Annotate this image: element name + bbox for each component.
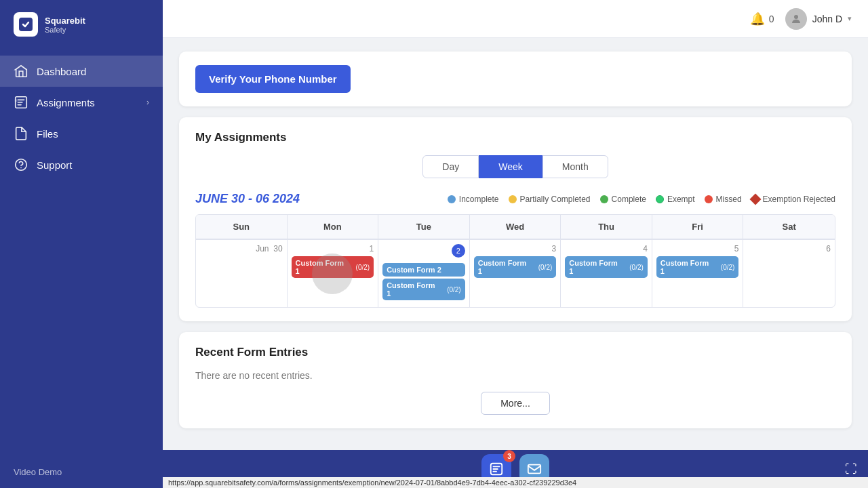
avatar <box>785 8 807 30</box>
main-area: 🔔 0 John D ▾ Verify Your Phone Number My… <box>163 0 868 488</box>
logo-icon <box>14 12 38 37</box>
more-button[interactable]: More... <box>481 392 550 415</box>
form-count: (0/2) <box>538 264 553 271</box>
form-badge-blue[interactable]: Custom Form1 (0/2) <box>565 256 648 278</box>
legend-rejected: Exemption Rejected <box>751 195 835 204</box>
cal-day-num: 1 <box>292 244 374 253</box>
cal-cell-fri: 5 Custom Form1 (0/2) <box>652 239 744 307</box>
form-count: (0/2) <box>629 264 644 271</box>
fab-badge: 3 <box>503 450 515 462</box>
header-thu: Thu <box>561 215 652 239</box>
legend-missed: Missed <box>705 195 742 204</box>
cal-cell-sun: Jun 30 <box>196 239 288 307</box>
form-badge-red[interactable]: Custom Form1 (0/2) <box>292 256 374 278</box>
cal-day-num: 5 <box>656 244 739 253</box>
sidebar-item-label: Support <box>37 159 73 171</box>
sidebar-item-dashboard[interactable]: Dashboard <box>0 56 163 87</box>
form-label: Custom Form1 <box>569 259 618 275</box>
cal-cell-thu: 4 Custom Form1 (0/2) <box>561 239 652 307</box>
sidebar-item-label: Assignments <box>37 97 95 108</box>
legend-exempt: Exempt <box>656 195 695 204</box>
header-fri: Fri <box>652 215 744 239</box>
calendar-grid: Sun Mon Tue Wed Thu Fri Sat Jun 30 1 <box>195 214 835 308</box>
fullscreen-icon[interactable]: ⛶ <box>845 462 857 476</box>
form-label: Custom Form1 <box>387 281 435 298</box>
cal-cell-wed: 3 Custom Form1 (0/2) <box>470 239 561 307</box>
cal-cell-tue: 2 Custom Form 2 Custom Form1 (0/2) <box>378 239 470 307</box>
cal-day-num: 3 <box>474 244 557 253</box>
form-label: Custom Form 2 <box>387 266 441 274</box>
user-menu-button[interactable]: John D ▾ <box>785 8 852 30</box>
home-icon <box>14 64 28 79</box>
legend-incomplete: Incomplete <box>448 195 499 204</box>
topbar: 🔔 0 John D ▾ <box>163 0 868 38</box>
cal-day-num: 4 <box>565 244 648 253</box>
week-header: JUNE 30 - 06 2024 Incomplete Partially C… <box>195 192 835 206</box>
sidebar-item-files[interactable]: Files <box>0 118 163 149</box>
sidebar-item-label: Files <box>37 128 58 140</box>
sidebar-nav: Dashboard Assignments › Files <box>0 49 163 456</box>
assignments-card: My Assignments Day Week Month JUNE 30 - … <box>179 117 852 321</box>
tab-month[interactable]: Month <box>542 155 608 178</box>
form-label: Custom Form1 <box>660 259 709 275</box>
legend-partially: Partially Completed <box>509 195 591 204</box>
video-demo-link[interactable]: Video Demo <box>0 456 163 488</box>
header-mon: Mon <box>288 215 379 239</box>
form-count: (0/2) <box>356 264 370 271</box>
recent-entries-card: Recent Form Entries There are no recent … <box>179 332 852 428</box>
tab-week[interactable]: Week <box>479 155 542 178</box>
legend-complete: Complete <box>600 195 646 204</box>
user-name: John D <box>812 14 842 24</box>
content-area: Verify Your Phone Number My Assignments … <box>163 38 868 450</box>
cal-cell-sat: 6 <box>743 239 835 307</box>
header-sun: Sun <box>196 215 288 239</box>
header-wed: Wed <box>470 215 561 239</box>
svg-point-5 <box>794 15 798 19</box>
form-badge-blue[interactable]: Custom Form1 (0/2) <box>474 256 557 278</box>
form-badge-blue-2[interactable]: Custom Form1 (0/2) <box>382 279 465 300</box>
tab-day[interactable]: Day <box>422 155 479 178</box>
header-sat: Sat <box>743 215 835 239</box>
header-tue: Tue <box>378 215 470 239</box>
form-count: (0/2) <box>721 264 735 271</box>
logo-text: Squarebit Safety <box>45 16 85 34</box>
calendar-row: Jun 30 1 Custom Form1 (0/2) <box>196 239 835 307</box>
no-entries-label: There are no recent entries. <box>195 370 835 381</box>
chevron-down-icon: ▾ <box>848 14 852 23</box>
sidebar-logo: Squarebit Safety <box>0 0 163 49</box>
sidebar-item-support[interactable]: Support <box>0 149 163 180</box>
files-icon <box>14 126 28 141</box>
form-badge-blue[interactable]: Custom Form1 (0/2) <box>656 256 739 278</box>
cal-day-num-today: 2 <box>452 244 465 258</box>
cal-day-num: Jun 30 <box>200 244 283 253</box>
svg-rect-2 <box>15 99 18 102</box>
svg-point-4 <box>21 167 22 168</box>
view-tabs: Day Week Month <box>195 155 835 178</box>
notification-count: 0 <box>769 14 774 24</box>
form-badge-blue-1[interactable]: Custom Form 2 <box>382 263 465 277</box>
notifications-button[interactable]: 🔔 0 <box>750 12 774 26</box>
bottom-toolbar: 3 ⛶ https://app.squarebitsafety.com/a/fo… <box>163 450 868 488</box>
sidebar: Squarebit Safety Dashboard Assignmen <box>0 0 163 488</box>
sidebar-item-assignments[interactable]: Assignments › <box>0 87 163 118</box>
calendar-legend: Incomplete Partially Completed Complete … <box>448 195 835 204</box>
verify-phone-button[interactable]: Verify Your Phone Number <box>195 65 351 93</box>
form-count: (0/2) <box>447 286 461 293</box>
bell-icon: 🔔 <box>750 12 765 26</box>
sidebar-item-label: Dashboard <box>37 66 86 77</box>
support-icon <box>14 157 28 172</box>
chevron-right-icon: › <box>146 98 149 107</box>
form-label: Custom Form1 <box>478 259 527 275</box>
cal-day-num: 6 <box>747 244 831 253</box>
assignments-title: My Assignments <box>195 131 835 144</box>
assignments-icon <box>14 95 28 110</box>
svg-rect-7 <box>528 465 540 474</box>
calendar-header: Sun Mon Tue Wed Thu Fri Sat <box>196 215 835 239</box>
recent-entries-title: Recent Form Entries <box>195 346 835 359</box>
week-label: JUNE 30 - 06 2024 <box>195 192 300 206</box>
verify-banner: Verify Your Phone Number <box>179 52 852 106</box>
svg-point-3 <box>16 159 27 171</box>
cal-cell-mon: 1 Custom Form1 (0/2) <box>288 239 379 307</box>
url-bar: https://app.squarebitsafety.com/a/forms/… <box>163 477 868 488</box>
form-label: Custom Form1 <box>296 259 344 275</box>
